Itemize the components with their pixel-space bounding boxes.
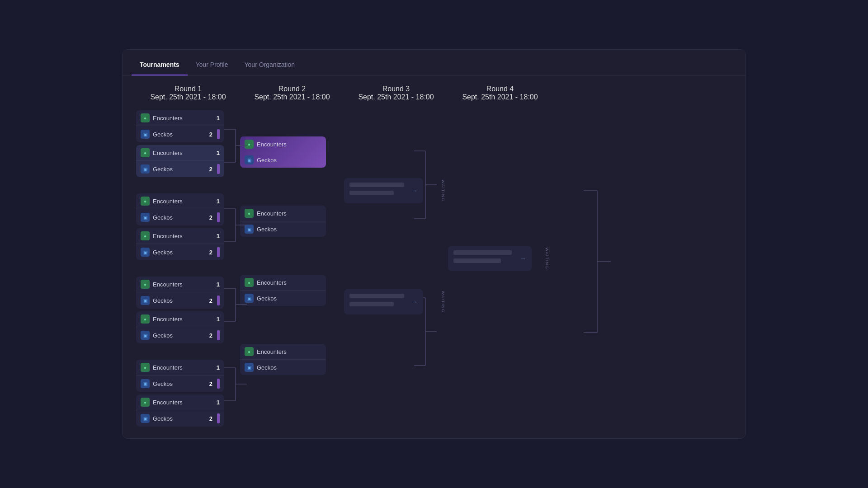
- team-icon-green: ●: [245, 278, 254, 287]
- team-name: Geckos: [153, 332, 203, 339]
- round-2-title: Round 2: [240, 85, 344, 93]
- score: 1: [213, 399, 220, 406]
- team-name: Geckos: [153, 415, 203, 422]
- r2-match-3-wrapper: ● Encounters ▣ Geckos: [240, 275, 344, 306]
- team-name: Encounters: [257, 279, 321, 286]
- winner-badge: [217, 164, 220, 174]
- round-4-column: → WAITING: [448, 110, 552, 271]
- r1-pair-3: ● Encounters 1 ▣ Geckos 2 ●: [136, 277, 240, 343]
- winner-badge: [217, 247, 220, 257]
- score: 1: [213, 316, 220, 323]
- team-name: Geckos: [153, 166, 203, 173]
- round-3-column: → WAITING → WAITING: [344, 110, 448, 314]
- team-name: Encounters: [153, 364, 210, 371]
- round-1-column: ● Encounters 1 ▣ Geckos 2 ●: [136, 110, 240, 438]
- waiting-label: WAITING: [545, 248, 550, 270]
- round-1-title: Round 1: [136, 85, 240, 93]
- r2-match-1[interactable]: ● Encounters ▣ Geckos: [240, 136, 326, 168]
- waiting-row: [349, 183, 404, 187]
- round-2-date: Sept. 25th 2021 - 18:00: [240, 93, 344, 101]
- winner-badge: [217, 212, 220, 222]
- team-name: Geckos: [153, 380, 203, 387]
- team-name: Geckos: [257, 157, 321, 164]
- r1-match-5[interactable]: ● Encounters 1 ▣ Geckos 2: [136, 277, 224, 309]
- team-icon-blue: ▣: [141, 296, 150, 305]
- r2-match-4[interactable]: ● Encounters ▣ Geckos: [240, 344, 326, 375]
- r4-match-1[interactable]: →: [448, 246, 532, 271]
- team-name: Encounters: [153, 198, 210, 205]
- team-icon-green: ●: [141, 398, 150, 407]
- team-icon-green: ●: [245, 347, 254, 356]
- r2-match-3[interactable]: ● Encounters ▣ Geckos: [240, 275, 326, 306]
- nav-bar: Tournaments Your Profile Your Organizati…: [123, 50, 745, 76]
- waiting-row: [349, 191, 394, 195]
- r1-match-8[interactable]: ● Encounters 1 ▣ Geckos 2: [136, 394, 224, 427]
- waiting-row: [349, 294, 404, 298]
- score: 2: [206, 297, 212, 304]
- bracket-area: Round 1 Sept. 25th 2021 - 18:00 Round 2 …: [123, 76, 745, 438]
- team-name: Encounters: [257, 141, 321, 148]
- team-icon-blue: ▣: [141, 248, 150, 257]
- round-header-4: Round 4 Sept. 25th 2021 - 18:00: [448, 85, 552, 101]
- r3-match-1-wrapper: → WAITING: [344, 178, 448, 203]
- waiting-row: [349, 302, 394, 306]
- team-name: Encounters: [153, 399, 210, 406]
- r2-match-4-wrapper: ● Encounters ▣ Geckos: [240, 344, 344, 375]
- r1-match-7[interactable]: ● Encounters 1 ▣ Geckos 2: [136, 360, 224, 392]
- team-icon-blue: ▣: [141, 213, 150, 222]
- score: 1: [213, 364, 220, 371]
- tab-profile[interactable]: Your Profile: [188, 55, 236, 75]
- team-icon-blue: ▣: [245, 363, 254, 372]
- team-icon-green: ●: [141, 197, 150, 206]
- round-4-title: Round 4: [448, 85, 552, 93]
- team-icon-blue: ▣: [141, 164, 150, 174]
- r2-match-2[interactable]: ● Encounters ▣ Geckos: [240, 206, 326, 237]
- round-1-date: Sept. 25th 2021 - 18:00: [136, 93, 240, 101]
- tab-organization[interactable]: Your Organization: [236, 55, 303, 75]
- score: 1: [213, 233, 220, 239]
- score: 2: [206, 380, 212, 387]
- score: 2: [206, 131, 212, 138]
- team-name: Geckos: [153, 214, 203, 221]
- score: 2: [206, 249, 212, 256]
- team-name: Encounters: [257, 210, 321, 217]
- team-name: Encounters: [153, 281, 210, 288]
- winner-badge: [217, 296, 220, 305]
- team-name: Geckos: [257, 226, 321, 233]
- team-name: Encounters: [153, 115, 210, 122]
- r2-match-1-wrapper: ● Encounters ▣ Geckos: [240, 136, 344, 168]
- winner-badge: [217, 379, 220, 389]
- connector-r3-r4: [584, 110, 611, 438]
- round-3-title: Round 3: [344, 85, 448, 93]
- r1-match-3[interactable]: ● Encounters 1 ▣ Geckos 2: [136, 193, 224, 225]
- round-3-date: Sept. 25th 2021 - 18:00: [344, 93, 448, 101]
- r3-match-2[interactable]: →: [344, 289, 423, 314]
- r1-match-2[interactable]: ● Encounters 1 ▣ Geckos 2: [136, 145, 224, 177]
- team-icon-blue: ▣: [141, 331, 150, 340]
- r4-match-1-wrapper: → WAITING: [448, 246, 552, 271]
- team-icon-green: ●: [245, 140, 254, 149]
- r3-match-1[interactable]: →: [344, 178, 423, 203]
- team-name: Geckos: [257, 364, 321, 371]
- score: 1: [213, 198, 220, 205]
- tab-tournaments[interactable]: Tournaments: [132, 55, 188, 75]
- team-icon-green: ●: [141, 148, 150, 157]
- r1-match-1[interactable]: ● Encounters 1 ▣ Geckos 2: [136, 110, 224, 142]
- team-name: Geckos: [153, 249, 203, 256]
- winner-badge: [217, 129, 220, 139]
- waiting-label: WAITING: [441, 180, 446, 202]
- score: 2: [206, 214, 212, 221]
- r1-match-4[interactable]: ● Encounters 1 ▣ Geckos 2: [136, 228, 224, 260]
- round-header-3: Round 3 Sept. 25th 2021 - 18:00: [344, 85, 448, 101]
- round-header-2: Round 2 Sept. 25th 2021 - 18:00: [240, 85, 344, 101]
- r1-match-6[interactable]: ● Encounters 1 ▣ Geckos 2: [136, 311, 224, 343]
- score: 2: [206, 415, 212, 422]
- waiting-arrow-icon: →: [411, 298, 418, 305]
- team-icon-blue: ▣: [245, 155, 254, 164]
- team-name: Encounters: [153, 316, 210, 323]
- team-name: Geckos: [153, 131, 203, 138]
- team-name: Geckos: [257, 295, 321, 302]
- score: 1: [213, 150, 220, 156]
- waiting-arrow-icon: →: [520, 255, 526, 262]
- r3-match-2-wrapper: → WAITING: [344, 289, 448, 314]
